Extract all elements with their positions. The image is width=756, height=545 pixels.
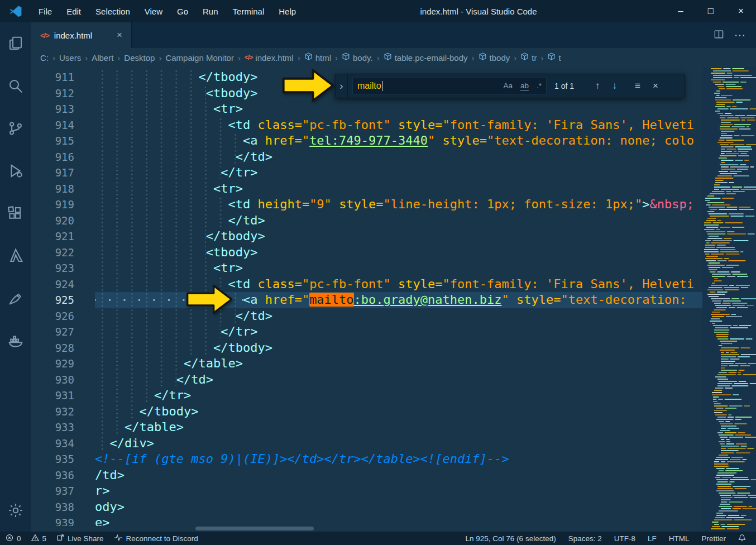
regex-icon[interactable]: .* — [537, 82, 542, 90]
menu-edit[interactable]: Edit — [59, 0, 88, 22]
code-line-921[interactable]: 921</tbody> — [31, 228, 702, 245]
code-line-917[interactable]: 917</tr> — [31, 165, 702, 181]
code-line-926[interactable]: 926</td> — [31, 308, 702, 324]
menu-go[interactable]: Go — [170, 0, 195, 22]
whole-word-icon[interactable]: ab — [520, 82, 529, 90]
status-item-live-share[interactable]: Live Share — [56, 534, 104, 543]
menu-selection[interactable]: Selection — [88, 0, 137, 22]
breadcrumb-item[interactable]: tbody — [479, 52, 510, 63]
breadcrumb-item[interactable]: </>index.html — [245, 53, 294, 63]
line-number: 926 — [31, 308, 95, 324]
editor[interactable]: 911</tbody>912<tbody>913<tr>914<td class… — [31, 67, 756, 532]
minimize-button[interactable]: – — [666, 0, 696, 22]
code-line-927[interactable]: 927</tr> — [31, 324, 702, 340]
next-match-icon[interactable]: ↓ — [613, 80, 618, 92]
maximize-button[interactable]: □ — [696, 0, 726, 22]
breadcrumb-label: Users — [59, 53, 81, 63]
run-debug-icon[interactable] — [0, 150, 31, 192]
horizontal-scrollbar[interactable] — [195, 527, 314, 530]
breadcrumb-item[interactable]: t — [547, 52, 561, 63]
breadcrumb-item[interactable]: Users — [59, 53, 81, 63]
code-line-933[interactable]: 933</table> — [31, 419, 702, 436]
code-line-925[interactable]: 925<a href="mailto:bo.grady@nathen.biz" … — [31, 292, 702, 308]
tab-close-icon[interactable]: × — [114, 30, 125, 41]
status-item-error[interactable]: 0 — [6, 534, 21, 543]
code-line-934[interactable]: 934</div> — [31, 436, 702, 452]
code-line-924[interactable]: 924<td class="pc-fb-font" style="font-fa… — [31, 276, 702, 293]
match-case-icon[interactable]: Aa — [503, 82, 513, 90]
breadcrumb-item[interactable]: C: — [40, 53, 49, 63]
code-line-935[interactable]: 935<!--[if (gte mso 9)|(IE)]></td></tr><… — [31, 451, 702, 467]
status-item[interactable]: Ln 925, Col 76 (6 selected) — [466, 534, 556, 543]
live-share-icon[interactable] — [0, 277, 31, 319]
breadcrumb-separator: › — [49, 53, 59, 63]
breadcrumb-separator: › — [81, 53, 92, 63]
code-content: </tr> — [95, 388, 702, 404]
code-line-937[interactable]: 937</tr> — [31, 483, 702, 499]
breadcrumb-item[interactable]: tr — [520, 52, 537, 63]
find-in-selection-icon[interactable]: ≡ — [635, 80, 640, 92]
status-item[interactable]: LF — [648, 534, 657, 543]
status-item[interactable]: Spaces: 2 — [568, 534, 602, 543]
source-control-icon[interactable] — [0, 107, 31, 150]
find-input[interactable]: mailto Aa ab .* — [352, 78, 547, 94]
code-line-938[interactable]: 938</tbody> — [31, 499, 702, 515]
code-line-931[interactable]: 931</tr> — [31, 388, 702, 404]
code-line-913[interactable]: 913<tr> — [31, 101, 702, 117]
code-line-915[interactable]: 915<a href="tel:749-977-3440" style="tex… — [31, 133, 702, 149]
status-label: Spaces: 2 — [568, 534, 602, 543]
status-item[interactable]: UTF-8 — [614, 534, 635, 543]
code-line-936[interactable]: 936</td> — [31, 467, 702, 484]
code-line-928[interactable]: 928</tbody> — [31, 340, 702, 356]
token-tag: </tbody> — [213, 341, 272, 355]
token-link: tel:749-977-3440 — [309, 133, 428, 147]
status-item-pulse[interactable]: Reconnect to Discord — [114, 534, 198, 543]
status-item[interactable]: HTML — [669, 534, 690, 543]
indent-guides — [95, 292, 243, 308]
code-line-914[interactable]: 914<td class="pc-fb-font" style="font-fa… — [31, 117, 702, 133]
extensions-icon[interactable] — [0, 192, 31, 235]
settings-gear-icon[interactable] — [0, 489, 31, 532]
code-line-918[interactable]: 918<tr> — [31, 181, 702, 197]
code-line-922[interactable]: 922<tbody> — [31, 245, 702, 261]
code-line-932[interactable]: 932</tbody> — [31, 404, 702, 420]
breadcrumb-item[interactable]: html — [304, 52, 331, 63]
breadcrumb-item[interactable]: Campaign Monitor — [165, 53, 234, 63]
code-line-930[interactable]: 930</td> — [31, 372, 702, 388]
status-item-bell[interactable] — [738, 534, 746, 543]
toggle-replace-icon[interactable]: › — [336, 74, 348, 98]
code-line-929[interactable]: 929</table> — [31, 356, 702, 372]
status-item-warning[interactable]: 5 — [31, 534, 47, 543]
previous-match-icon[interactable]: ↑ — [595, 80, 600, 92]
status-item[interactable]: Prettier — [701, 534, 726, 543]
minimap[interactable] — [702, 67, 756, 532]
breadcrumb-item[interactable]: body. — [342, 52, 373, 63]
code-line-919[interactable]: 919<td height="9" style="line-height: 1p… — [31, 197, 702, 213]
indent-guides — [95, 181, 213, 197]
menu-run[interactable]: Run — [195, 0, 226, 22]
split-editor-icon[interactable] — [714, 29, 724, 42]
code-line-923[interactable]: 923<tr> — [31, 260, 702, 276]
breadcrumb-item[interactable]: table.pc-email-body — [384, 52, 468, 63]
close-button[interactable]: × — [726, 0, 756, 22]
explorer-icon[interactable] — [0, 22, 31, 65]
code-line-920[interactable]: 920</td> — [31, 213, 702, 229]
more-actions-icon[interactable]: ⋯ — [734, 28, 746, 42]
line-number: 931 — [31, 388, 95, 404]
docker-icon[interactable] — [0, 319, 31, 362]
close-find-icon[interactable]: × — [653, 80, 658, 92]
menu-file[interactable]: File — [31, 0, 59, 22]
breadcrumb-separator: › — [510, 53, 520, 63]
breadcrumb-item[interactable]: Desktop — [124, 53, 155, 63]
token-str: "line-height: 1px; font-size: 1px;" — [384, 197, 643, 211]
breadcrumb-item[interactable]: Albert — [92, 53, 113, 63]
search-icon[interactable] — [0, 65, 31, 107]
code-line-916[interactable]: 916</td> — [31, 149, 702, 165]
menu-view[interactable]: View — [137, 0, 170, 22]
token-tag: <a — [243, 293, 258, 307]
tab-index-html[interactable]: </> index.html × — [31, 22, 132, 48]
code-line-939[interactable]: 939</table> — [31, 515, 702, 526]
menu-terminal[interactable]: Terminal — [226, 0, 272, 22]
menu-help[interactable]: Help — [271, 0, 303, 22]
azure-icon[interactable] — [0, 235, 31, 277]
